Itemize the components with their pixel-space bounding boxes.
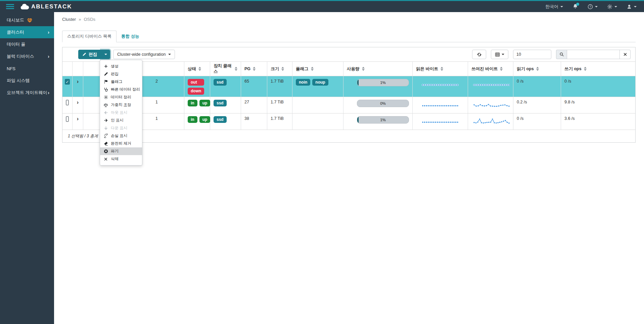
row-checkbox[interactable]: ✓ (65, 79, 70, 85)
column-header[interactable]: 상태 (184, 62, 210, 76)
refresh-button[interactable] (472, 50, 486, 59)
sidebar-item[interactable]: 오브젝트 게이트웨이› (0, 87, 54, 99)
times-circle-icon (103, 149, 108, 153)
status-cell: inup (184, 113, 210, 130)
column-header[interactable]: 읽기 ops (513, 62, 561, 76)
sidebar-item[interactable]: 데이터 풀 (0, 38, 54, 50)
column-header[interactable]: 사용량 (343, 62, 413, 76)
page-size-input[interactable] (513, 50, 551, 59)
column-header[interactable]: 플래그 (292, 62, 343, 76)
cluster-wide-config-button[interactable]: Cluster-wide configuration (113, 50, 175, 59)
tab-overall-performance[interactable]: 통합 성능 (117, 31, 144, 42)
chevron-down-icon (502, 54, 504, 55)
menu-item[interactable]: 파기 (100, 147, 142, 155)
sort-icon (198, 67, 201, 71)
pg-cell: 65 (241, 76, 267, 97)
menu-item[interactable]: 인 표시 (100, 117, 142, 124)
help-dropdown[interactable]: ? (588, 4, 598, 9)
plus-icon (103, 64, 108, 68)
column-header-empty (73, 62, 83, 76)
sort-icon (584, 67, 587, 71)
sidebar-item-label: 데이터 풀 (7, 41, 26, 47)
svg-text:?: ? (589, 5, 591, 8)
device-class-cell: ssd (210, 76, 241, 97)
column-header[interactable]: 크기 (267, 62, 292, 76)
row-expand-cell: › (73, 76, 83, 97)
table-row[interactable]: ›1inupssd271.7 TiB0%0.2 /s9.8 /s (62, 97, 635, 113)
usage-bar: 0% (357, 100, 409, 107)
edit-button[interactable]: 편집 (78, 50, 101, 59)
row-select-cell (62, 97, 73, 113)
column-header-label: 읽기 ops (517, 66, 534, 72)
status-cell: outdown (184, 76, 210, 97)
menu-item[interactable]: 데이터 정리 (100, 93, 142, 101)
pencil-icon (82, 52, 86, 56)
sidebar-item[interactable]: NFS (0, 62, 54, 75)
menu-item[interactable]: 플래그 (100, 78, 142, 86)
column-toggle-button[interactable] (491, 50, 508, 59)
usage-cell: 1% (343, 76, 413, 97)
menu-item[interactable]: 빠른 데이터 정리 (100, 86, 142, 93)
breadcrumb-cluster[interactable]: Cluster (62, 17, 76, 22)
sidebar-item[interactable]: 대시보드 (0, 14, 54, 26)
edit-dropdown-toggle[interactable] (101, 50, 110, 59)
tab-storage-device-list[interactable]: 스토리지 디바이스 목록 (62, 31, 117, 42)
flags-cell: noinnoup (292, 76, 343, 97)
write-bytes-cell (468, 113, 513, 130)
menu-item[interactable]: 가중치 조정 (100, 101, 142, 109)
hamburger-menu-icon[interactable] (6, 3, 14, 10)
expand-row-button[interactable]: › (77, 79, 79, 84)
menu-item[interactable]: 삭제 (100, 155, 142, 163)
column-header[interactable]: 읽은 바이트 (413, 62, 468, 76)
menu-item[interactable]: 손실 표시 (100, 132, 142, 140)
column-header[interactable]: 장치 클래스 (210, 62, 241, 76)
search-input[interactable] (567, 50, 620, 59)
usage-bar: 1% (357, 79, 409, 86)
usage-label: 1% (357, 117, 409, 123)
table-row[interactable]: ›1inupssd381.7 TiB1%0 /s3.6 /s (62, 113, 635, 130)
user-dropdown[interactable] (627, 4, 637, 9)
chevron-right-icon: › (48, 54, 49, 59)
sidebar-item[interactable]: 블럭 디바이스› (0, 50, 54, 62)
menu-item[interactable]: 편집 (100, 70, 142, 78)
sidebar-item[interactable]: 파일 시스템 (0, 75, 54, 87)
usage-label: 1% (357, 79, 409, 86)
menu-item[interactable]: 완전히 제거 (100, 140, 142, 147)
chevron-down-icon (168, 54, 171, 55)
settings-dropdown[interactable] (607, 4, 617, 9)
pg-cell: 38 (241, 113, 267, 130)
chevron-down-icon (614, 6, 617, 7)
selection-count: 1 선택됨 / 3 총계 (68, 133, 98, 139)
column-header-label: 플래그 (296, 66, 309, 72)
row-checkbox[interactable] (66, 116, 69, 122)
usage-cell: 0% (343, 97, 413, 113)
expand-row-button[interactable]: › (77, 116, 79, 122)
sidebar-item[interactable]: 클러스터› (0, 26, 54, 38)
status-badge: in (188, 116, 197, 123)
table-row[interactable]: ✓›2outdownssd651.7 TiBnoinnoup1%0 /s0 /s (62, 76, 635, 97)
expand-row-button[interactable]: › (77, 100, 79, 105)
row-checkbox[interactable] (66, 100, 69, 105)
read-ops-cell: 0 /s (513, 113, 561, 130)
menu-item-label: 플래그 (111, 79, 123, 84)
menu-item[interactable]: 생성 (100, 62, 142, 70)
sidebar-item-label: 파일 시스템 (7, 78, 30, 84)
notifications-button[interactable] (572, 4, 578, 9)
brand-logo[interactable]: ABLESTACK (20, 3, 72, 10)
cloud-logo-icon (20, 4, 29, 10)
language-dropdown[interactable]: 한국어 (545, 4, 563, 10)
edit-actions-menu: 생성편집플래그빠른 데이터 정리데이터 정리가중치 조정아웃 표시인 표시다운 … (100, 60, 142, 166)
column-header[interactable]: PG (241, 62, 267, 76)
column-header[interactable]: 쓰여진 바이트 (468, 62, 513, 76)
tab-bar: 스토리지 디바이스 목록 통합 성능 (62, 31, 636, 42)
column-header[interactable]: 쓰기 ops (561, 62, 635, 76)
host-value: 1 (155, 100, 158, 104)
size-cell: 1.7 TiB (267, 113, 292, 130)
status-badge: up (199, 100, 211, 106)
host-value: 2 (155, 79, 158, 84)
clear-search-button[interactable] (620, 50, 631, 59)
sparkline-chart (420, 79, 460, 90)
breadcrumb-osds: OSDs (84, 17, 95, 22)
sparkline-chart (471, 79, 510, 90)
main-content: Cluster » OSDs 스토리지 디바이스 목록 통합 성능 편집 (54, 12, 644, 324)
